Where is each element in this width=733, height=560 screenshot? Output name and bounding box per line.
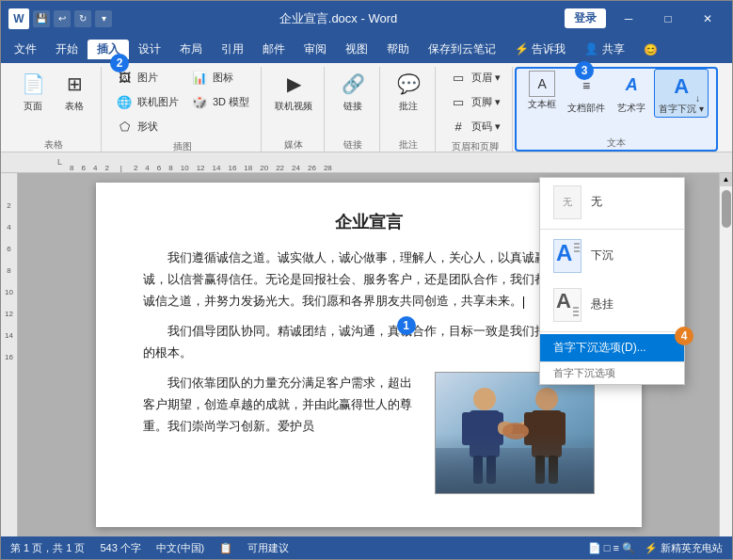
scroll-up-button[interactable]: ▲ xyxy=(720,173,733,186)
doc-para-with-image: 我们依靠团队的力量充分满足客户需求，超出客户期望，创造卓越的成就，并由此赢得世人… xyxy=(143,372,595,502)
ribbon-btn-shape[interactable]: ⬠ 形状 xyxy=(111,116,183,138)
shape-label: 形状 xyxy=(137,120,158,134)
dropdown-footer: 首字下沉选项 xyxy=(540,361,684,384)
status-icons: 📄 □ ≡ 🔍 xyxy=(588,542,635,554)
group-label-link: 链接 xyxy=(334,138,372,152)
login-button[interactable]: 登录 xyxy=(565,8,606,28)
online-image-icon: 🌐 xyxy=(115,93,134,112)
ribbon-btn-page-num[interactable]: # 页码 ▾ xyxy=(445,116,504,138)
dropdown-item-hang[interactable]: A 悬挂 xyxy=(540,280,684,329)
hang-preview: A xyxy=(553,288,582,322)
svg-rect-1 xyxy=(436,448,595,494)
group-label-comment: 批注 xyxy=(390,138,427,152)
ribbon-group-table-content: 📄 页面 ⊞ 表格 xyxy=(14,67,93,136)
3d-icon: 🎲 xyxy=(190,93,209,112)
ribbon-btn-dropcap[interactable]: A ↓ 首字下沉 ▾ xyxy=(654,69,709,118)
menu-emoji[interactable]: 😊 xyxy=(634,41,667,58)
ribbon-btn-textbox[interactable]: A 文本框 xyxy=(524,69,560,112)
ribbon-btn-footer[interactable]: ▭ 页脚 ▾ xyxy=(445,91,504,114)
left-ruler: 2 4 6 8 10 12 14 16 xyxy=(1,173,18,536)
dropdown-item-options[interactable]: 4 首字下沉选项(D)... xyxy=(540,334,684,361)
drop-A: A xyxy=(556,242,572,264)
minimize-button[interactable]: ─ xyxy=(612,8,645,30)
ruler-marks: 8 6 4 2 | 2 4 6 8 10 12 14 16 18 20 22 2… xyxy=(66,152,336,172)
right-scrollbar[interactable]: ▲ xyxy=(719,173,732,536)
save-icon[interactable]: 💾 xyxy=(33,10,50,27)
options-label: 首字下沉选项(D)... xyxy=(553,340,646,356)
menu-start[interactable]: 开始 xyxy=(46,40,88,59)
ribbon-btn-wordart[interactable]: A 艺术字 xyxy=(613,69,650,116)
doc-parts-label: 文档部件 xyxy=(567,103,605,114)
ribbon-btn-link[interactable]: 🔗 链接 xyxy=(334,67,372,114)
status-available[interactable]: 可用建议 xyxy=(247,541,289,555)
menu-file[interactable]: 文件 xyxy=(5,40,46,59)
menu-tell-me[interactable]: ⚡ 告诉我 xyxy=(505,40,575,59)
ribbon-btn-page[interactable]: 📄 页面 xyxy=(14,67,52,114)
svg-rect-0 xyxy=(436,373,595,494)
video-label: 联机视频 xyxy=(275,101,312,112)
ribbon-group-illustration: 🖼 图片 🌐 联机图片 ⬠ 形状 📊 图标 xyxy=(104,67,262,152)
dropdown-item-none[interactable]: 无 无 xyxy=(540,178,684,227)
ribbon-btn-header[interactable]: ▭ 页眉 ▾ xyxy=(445,67,504,89)
menu-share[interactable]: 👤 共享 xyxy=(575,40,633,59)
hang-lines xyxy=(571,291,579,319)
undo-icon[interactable]: ↩ xyxy=(54,10,71,27)
menu-mail[interactable]: 邮件 xyxy=(253,40,295,59)
chart-label: 图标 xyxy=(213,71,233,85)
svg-point-2 xyxy=(473,388,496,410)
status-page-info: 第 1 页，共 1 页 xyxy=(10,541,85,555)
ribbon-group-text: 3 A 文本框 ≡ 文档部件 A 艺术字 A ↓ xyxy=(515,67,718,152)
ribbon-btn-3d[interactable]: 🎲 3D 模型 xyxy=(186,91,253,114)
wordart-icon: A xyxy=(616,71,646,101)
page-num-icon: # xyxy=(449,118,468,136)
svg-point-14 xyxy=(502,423,529,440)
badge-3: 3 xyxy=(575,61,594,80)
redo-icon[interactable]: ↻ xyxy=(74,10,91,27)
menu-review[interactable]: 审阅 xyxy=(295,40,336,59)
table-label: 表格 xyxy=(65,101,84,112)
window-title: 企业宣言.docx - Word xyxy=(112,10,565,27)
page-label: 页面 xyxy=(24,101,42,112)
menu-reference[interactable]: 引用 xyxy=(212,40,253,59)
close-button[interactable]: ✕ xyxy=(691,8,725,30)
menu-design[interactable]: 设计 xyxy=(129,40,170,59)
group-label-symbol: 符号 xyxy=(727,138,733,152)
ribbon-btn-chart[interactable]: 📊 图标 xyxy=(186,67,253,89)
group-label-media: 媒体 xyxy=(271,138,316,152)
dropdown-item-drop[interactable]: A 下沉 xyxy=(540,232,684,280)
none-text: 无 xyxy=(563,196,572,209)
status-icon: 📋 xyxy=(219,542,232,554)
menu-view[interactable]: 视图 xyxy=(336,40,377,59)
status-word-count: 543 个字 xyxy=(100,541,140,555)
badge-1: 1 xyxy=(397,316,416,335)
divider-2 xyxy=(540,331,684,332)
ribbon-group-table: 📄 页面 ⊞ 表格 表格 xyxy=(7,67,102,152)
drop-label: 下沉 xyxy=(591,248,613,264)
link-icon: 🔗 xyxy=(338,69,368,99)
menu-layout[interactable]: 布局 xyxy=(170,40,212,59)
document-area: 2 4 6 8 10 12 14 16 企业宣言 我们遵循诚信之道。诚实做人，诚… xyxy=(1,173,732,536)
group-label-illustration: 插图 xyxy=(111,140,253,153)
footer-text: 首字下沉选项 xyxy=(553,367,615,378)
drop-lines xyxy=(572,242,580,253)
image-label: 图片 xyxy=(137,71,158,85)
ribbon-btn-table[interactable]: ⊞ 表格 xyxy=(56,67,93,114)
title-right: 登录 ─ □ ✕ xyxy=(565,8,725,30)
divider-1 xyxy=(540,229,684,230)
ruler: L 8 6 4 2 | 2 4 6 8 10 12 14 16 18 20 22… xyxy=(1,152,732,173)
ribbon-btn-video[interactable]: ▶ 联机视频 xyxy=(271,67,316,114)
scroll-thumb[interactable] xyxy=(722,190,731,228)
ribbon-group-comment-content: 💬 批注 xyxy=(390,67,427,136)
doc-para-2: 我们倡导团队协同。精诚团结，诚沟通，真诚合作，目标一致是我们持续发展的根本。 xyxy=(143,320,595,364)
maximize-button[interactable]: □ xyxy=(651,8,685,30)
header-label: 页眉 ▾ xyxy=(471,71,501,85)
svg-rect-17 xyxy=(535,456,545,484)
customize-icon[interactable]: ▾ xyxy=(95,10,112,27)
menu-help[interactable]: 帮助 xyxy=(377,40,419,59)
page-icon: 📄 xyxy=(18,69,48,99)
ribbon-btn-online-image[interactable]: 🌐 联机图片 xyxy=(111,91,183,114)
ribbon-btn-comment[interactable]: 💬 批注 xyxy=(390,67,427,114)
ribbon-btn-symbol[interactable]: Ω 符号 xyxy=(727,67,733,114)
app-window: W 💾 ↩ ↻ ▾ 企业宣言.docx - Word 登录 ─ □ ✕ 文件 开… xyxy=(0,0,733,560)
menu-save-cloud[interactable]: 保存到云笔记 xyxy=(419,40,505,59)
